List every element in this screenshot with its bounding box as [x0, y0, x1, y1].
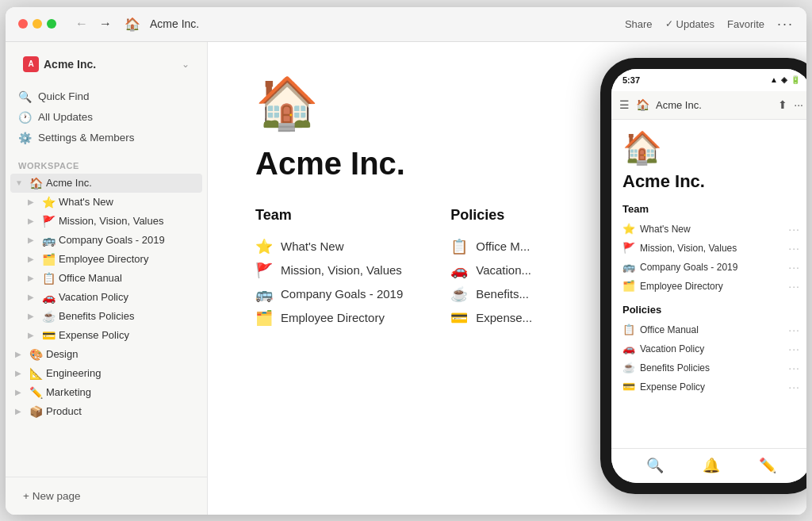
policies-item-officemanual[interactable]: 📋 Office M... — [450, 235, 532, 259]
workspace-switcher[interactable]: A Acme Inc. ⌄ — [17, 52, 196, 77]
phone-body: 🏠 Acme Inc. Team ⭐ What's New ··· — [611, 120, 806, 448]
sidebar-header: A Acme Inc. ⌄ — [6, 42, 207, 83]
phone-team-heading: Team — [622, 203, 800, 215]
new-page-button[interactable]: + New page — [17, 485, 196, 507]
phone-policies-item-vacation[interactable]: 🚗 Vacation Policy ··· — [622, 339, 800, 358]
updates-button[interactable]: ✓ Updates — [665, 18, 714, 30]
phone-team-item-directory[interactable]: 🗂️ Employee Directory ··· — [622, 277, 800, 296]
phone-item-dots-icon[interactable]: ··· — [788, 381, 800, 393]
sidebar-item-mission[interactable]: ▶ 🚩 Mission, Vision, Values — [10, 212, 202, 231]
phone-policies-item-expense[interactable]: 💳 Expense Policy ··· — [622, 377, 800, 396]
phone-compose-icon[interactable]: ✏️ — [759, 457, 776, 474]
phone-item-dots-icon[interactable]: ··· — [788, 280, 800, 293]
sidebar-item-benefits[interactable]: ▶ ☕ Benefits Policies — [10, 307, 202, 326]
phone-more-icon[interactable]: ··· — [794, 98, 803, 111]
phone-status-bar: 5:37 ▲ ◈ 🔋 — [611, 69, 806, 91]
sidebar-item-officemanual[interactable]: ▶ 📋 Office Manual — [10, 269, 202, 288]
phone-page-icon: 🏠 — [636, 98, 649, 111]
sidebar-item-directory[interactable]: ▶ 🗂️ Employee Directory — [10, 250, 202, 269]
phone-item-dots-icon[interactable]: ··· — [788, 223, 800, 236]
phone-page-title: Acme Inc. — [656, 99, 772, 111]
workspace-logo: A — [23, 56, 39, 72]
chevron-right-icon: ▶ — [15, 350, 26, 358]
sidebar-item-acme[interactable]: ▼ 🏠 Acme Inc. — [10, 174, 202, 193]
policies-item-expense[interactable]: 💳 Expense... — [450, 306, 532, 330]
sidebar-item-product[interactable]: ▶ 📦 Product — [10, 402, 202, 421]
phone-bell-icon[interactable]: 🔔 — [703, 457, 720, 474]
main-area: A Acme Inc. ⌄ 🔍 Quick Find 🕐 All Updates… — [6, 42, 806, 515]
policies-heading: Policies — [450, 207, 532, 224]
team-item-directory[interactable]: 🗂️ Employee Directory — [255, 306, 403, 330]
policies-column: Policies 📋 Office M... 🚗 Vacation... ☕ B… — [450, 207, 532, 330]
team-item-whatsnew[interactable]: ⭐ What's New — [255, 235, 403, 259]
sidebar-item-engineering[interactable]: ▶ 📐 Engineering — [10, 364, 202, 383]
workspace-section-label: WORKSPACE — [6, 151, 207, 174]
star-icon: ⭐ — [42, 196, 56, 209]
team-column: Team ⭐ What's New 🚩 Mission, Vision, Val… — [255, 207, 403, 330]
chevron-right-icon: ▶ — [28, 312, 39, 320]
box-icon: 📦 — [29, 405, 43, 418]
phone-menu-icon[interactable]: ☰ — [619, 98, 630, 111]
ruler-icon: 📐 — [29, 367, 43, 380]
phone-team-item-mission[interactable]: 🚩 Mission, Vision, Values ··· — [622, 239, 800, 258]
chevron-right-icon: ▶ — [28, 331, 39, 339]
chevron-right-icon: ▶ — [15, 369, 26, 377]
phone-item-dots-icon[interactable]: ··· — [788, 362, 800, 374]
sidebar-item-vacation[interactable]: ▶ 🚗 Vacation Policy — [10, 288, 202, 307]
favorite-button[interactable]: Favorite — [727, 18, 764, 30]
sidebar-nav-allupdates[interactable]: 🕐 All Updates — [12, 107, 201, 128]
titlebar: ← → 🏠 Acme Inc. Share ✓ Updates Favorite… — [6, 7, 806, 42]
search-icon: 🔍 — [18, 90, 32, 103]
share-button[interactable]: Share — [625, 18, 653, 30]
close-button[interactable] — [18, 19, 28, 29]
house-icon: 🏠 — [29, 177, 43, 190]
phone-policies-item-benefits[interactable]: ☕ Benefits Policies ··· — [622, 358, 800, 377]
team-item-goals[interactable]: 🚌 Company Goals - 2019 — [255, 282, 403, 306]
titlebar-title: Acme Inc. — [150, 17, 199, 30]
sidebar-nav-settings[interactable]: ⚙️ Settings & Members — [12, 128, 201, 148]
phone-policies-item-officemanual[interactable]: 📋 Office Manual ··· — [622, 320, 800, 339]
phone-team-item-goals[interactable]: 🚌 Company Goals - 2019 ··· — [622, 258, 800, 277]
phone-item-dots-icon[interactable]: ··· — [788, 324, 800, 336]
more-options-button[interactable]: ··· — [777, 16, 794, 33]
back-button[interactable]: ← — [72, 15, 91, 33]
new-page-section: + New page — [6, 477, 207, 515]
policies-item-vacation[interactable]: 🚗 Vacation... — [450, 259, 532, 282]
minimize-button[interactable] — [33, 19, 42, 29]
chevron-down-icon: ▼ — [15, 178, 26, 187]
phone-share-icon[interactable]: ⬆ — [778, 98, 787, 111]
forward-button[interactable]: → — [96, 15, 115, 33]
phone-mockup: 5:37 ▲ ◈ 🔋 ☰ 🏠 — [600, 58, 806, 502]
phone-time: 5:37 — [622, 75, 640, 85]
phone-item-dots-icon[interactable]: ··· — [788, 343, 800, 355]
pencil-icon: ✏️ — [29, 386, 43, 399]
flag-icon: 🚩 — [42, 215, 56, 228]
titlebar-page-icon: 🏠 — [124, 17, 140, 32]
sidebar-item-design[interactable]: ▶ 🎨 Design — [10, 345, 202, 364]
phone-screen: 5:37 ▲ ◈ 🔋 ☰ 🏠 — [611, 69, 806, 483]
phone-search-icon[interactable]: 🔍 — [646, 457, 664, 474]
policies-item-benefits[interactable]: ☕ Benefits... — [450, 282, 532, 306]
nav-buttons: ← → — [72, 15, 115, 33]
workspace-name: Acme Inc. — [44, 58, 96, 71]
traffic-lights — [18, 19, 56, 29]
maximize-button[interactable] — [47, 19, 56, 29]
phone-item-dots-icon[interactable]: ··· — [788, 261, 800, 274]
directory-icon: 🗂️ — [42, 253, 56, 266]
clock-icon: 🕐 — [18, 111, 32, 124]
phone-item-dots-icon[interactable]: ··· — [788, 242, 800, 255]
art-icon: 🎨 — [29, 348, 43, 361]
chevron-right-icon: ▶ — [28, 255, 39, 263]
sidebar-item-goals[interactable]: ▶ 🚌 Company Goals - 2019 — [10, 231, 202, 250]
team-item-mission[interactable]: 🚩 Mission, Vision, Values — [255, 259, 403, 282]
sidebar-item-expense[interactable]: ▶ 💳 Expense Policy — [10, 326, 202, 345]
sidebar-nav-quickfind[interactable]: 🔍 Quick Find — [12, 86, 201, 107]
chevron-right-icon: ▶ — [28, 293, 39, 301]
sidebar-item-marketing[interactable]: ▶ ✏️ Marketing — [10, 383, 202, 402]
sidebar: A Acme Inc. ⌄ 🔍 Quick Find 🕐 All Updates… — [6, 42, 208, 515]
sidebar-item-whatsnew[interactable]: ▶ ⭐ What's New — [10, 193, 202, 212]
phone-hero-title: Acme Inc. — [622, 171, 800, 192]
chevron-right-icon: ▶ — [28, 274, 39, 282]
app-window: ← → 🏠 Acme Inc. Share ✓ Updates Favorite… — [6, 7, 806, 515]
phone-team-item-whatsnew[interactable]: ⭐ What's New ··· — [622, 220, 800, 239]
